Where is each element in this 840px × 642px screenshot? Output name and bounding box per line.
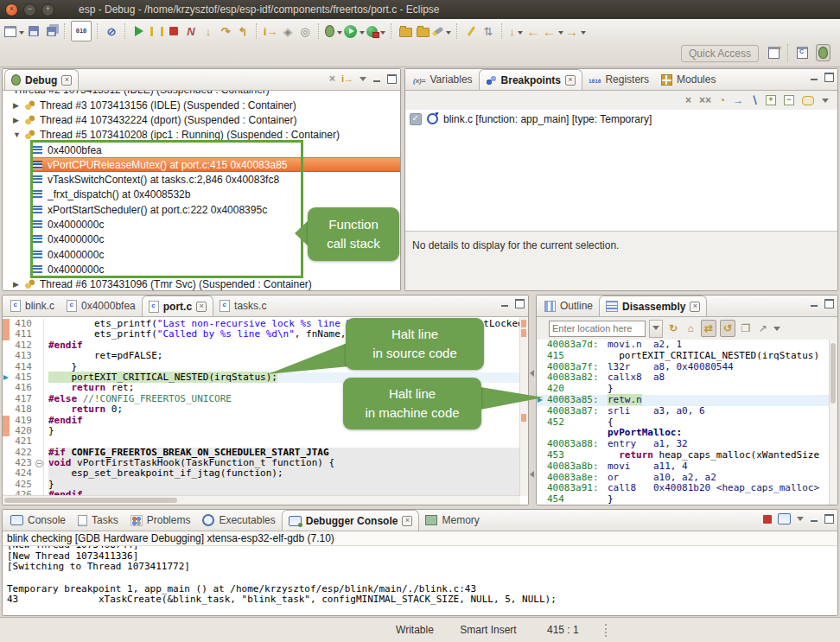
chevron-right-icon[interactable]: ▶ [13, 116, 24, 124]
stack-frame-row[interactable]: vPortCPUReleaseMutex() at port.c:415 0x4… [30, 157, 400, 172]
last-edit-button[interactable]: ↓ [508, 22, 524, 40]
tab-0x4000bfea[interactable]: 0x4000bfea [60, 296, 142, 316]
console-output[interactable]: [New Thread 1073468744][New Thread 10734… [3, 546, 837, 615]
new-view-icon[interactable]: ❐ [739, 321, 753, 336]
stack-frame-row[interactable]: _frxt_dispatch() at 0x4008532b [30, 188, 400, 202]
dropdown-arrow-icon[interactable] [558, 31, 563, 37]
tab-outline[interactable]: Outline [538, 296, 599, 316]
maximize-icon[interactable] [824, 299, 834, 308]
chevron-right-icon[interactable]: ▶ [13, 101, 24, 110]
minimize-icon[interactable] [810, 73, 818, 81]
prev-button[interactable]: ← [543, 22, 563, 40]
go-to-file-icon[interactable]: → [733, 94, 743, 106]
location-input[interactable] [549, 321, 646, 337]
tab-debugger-console[interactable]: Debugger Console× [282, 510, 420, 531]
sash-collapse-icon[interactable] [530, 471, 534, 478]
home-icon[interactable]: ⌂ [684, 321, 697, 336]
save-button[interactable] [26, 22, 41, 40]
suspend-button[interactable] [149, 22, 164, 40]
remove-breakpoint-icon[interactable]: × [685, 94, 691, 106]
new-wizard-button[interactable] [4, 22, 24, 40]
disconnect-button[interactable]: N [183, 22, 199, 40]
view-menu-icon[interactable] [773, 327, 780, 334]
thread-row[interactable]: Thread #2 1073413512 (IDLE) (Suspended :… [3, 91, 400, 98]
tab-close-icon[interactable]: × [196, 302, 207, 312]
annotations-button[interactable]: ⇅ [480, 22, 496, 40]
minimize-icon[interactable] [500, 300, 509, 308]
dropdown-arrow-icon[interactable] [337, 31, 342, 37]
step-return-button[interactable]: ↰ [235, 22, 251, 40]
dropdown-arrow-icon[interactable] [446, 31, 451, 37]
minimize-icon[interactable] [810, 300, 818, 308]
back-button[interactable]: ← [525, 22, 541, 40]
tab-debug[interactable]: Debug× [4, 69, 79, 90]
breakpoints-list[interactable]: blink.c [function: app_main] [type: Temp… [405, 110, 837, 232]
overview-mark[interactable] [521, 414, 526, 422]
cpp-perspective-button[interactable] [794, 44, 811, 61]
tab-close-icon[interactable]: × [690, 302, 700, 312]
vertical-scrollbar[interactable] [829, 340, 837, 505]
maximize-icon[interactable] [387, 74, 397, 84]
tab-problems[interactable]: Problems [124, 510, 197, 531]
dropdown-arrow-icon[interactable] [360, 31, 365, 37]
chevron-down-icon[interactable]: ▼ [13, 130, 24, 139]
tab-tasks[interactable]: Tasks [72, 510, 124, 531]
stack-frame-row[interactable]: 0x4000bfea [30, 143, 400, 157]
tab-breakpoints[interactable]: Breakpoints× [479, 69, 582, 90]
step-filters-button[interactable]: ◈ [280, 22, 296, 40]
expand-all-icon[interactable]: + [766, 95, 776, 105]
tab-executables[interactable]: Executables [196, 510, 281, 531]
tab-close-icon[interactable]: × [402, 516, 412, 526]
run-button[interactable] [344, 22, 365, 40]
window-minimize-button[interactable]: − [23, 3, 36, 16]
thread-row[interactable]: ▶Thread #6 1073431096 (Tmr Svc) (Suspend… [3, 277, 400, 290]
disassembly-code-area[interactable]: 40083a7d:movi.n a2, 1415 portEXIT_CRITIC… [537, 340, 830, 505]
step-into-button[interactable]: ↓ [200, 22, 216, 40]
debug-perspective-button[interactable] [816, 44, 830, 61]
dropdown-arrow-icon[interactable] [581, 31, 586, 37]
sash-collapse-icon[interactable] [530, 370, 534, 377]
dropdown-arrow-icon[interactable] [19, 31, 24, 37]
tab-modules[interactable]: Modules [655, 69, 722, 90]
tab-close-icon[interactable]: × [565, 75, 576, 86]
refresh-icon[interactable]: ↻ [666, 321, 680, 336]
tab-close-icon[interactable]: × [61, 75, 72, 86]
window-maximize-button[interactable]: + [41, 3, 54, 16]
forward-button[interactable]: → [565, 22, 586, 40]
horizontal-scrollbar[interactable] [3, 495, 520, 505]
maximize-icon[interactable] [824, 73, 834, 82]
stack-frame-row[interactable]: vTaskSwitchContext() at tasks.c:2,846 0x… [30, 172, 400, 187]
dropdown-arrow-icon[interactable] [518, 31, 523, 37]
build-button[interactable] [398, 22, 413, 40]
view-menu-icon[interactable] [360, 77, 366, 85]
open-folder-button[interactable] [415, 22, 430, 40]
thread-row[interactable]: ▶Thread #4 1073432224 (dport) (Suspended… [3, 112, 400, 127]
scrollbar-thumb[interactable] [830, 343, 836, 404]
track-expression-icon[interactable]: ↺ [720, 320, 735, 337]
tab-variables[interactable]: Variables [407, 69, 479, 90]
remove-all-terminated-icon[interactable]: × [329, 73, 335, 85]
external-tools-button[interactable] [366, 22, 385, 40]
scrollbar-thumb[interactable] [4, 498, 177, 503]
thread-row[interactable]: ▶Thread #3 1073413156 (IDLE) (Suspended … [3, 98, 400, 112]
breakpoint-checkbox[interactable] [410, 113, 422, 125]
instruction-stepping-button[interactable]: i→ [263, 22, 278, 40]
fold-collapse-icon[interactable] [35, 460, 43, 467]
step-over-button[interactable]: ↷ [218, 22, 233, 40]
link-with-debug-icon[interactable] [802, 96, 814, 105]
tab-port-c[interactable]: port.c× [142, 296, 213, 316]
debug-toolbar-icon[interactable]: i→ [341, 73, 353, 84]
breakpoint-types-button[interactable]: ◎ [297, 22, 313, 40]
tab-registers[interactable]: Registers [582, 69, 655, 90]
tab-blink-c[interactable]: blink.c [4, 296, 60, 316]
resume-button[interactable] [131, 22, 147, 40]
location-dropdown-icon[interactable] [649, 320, 663, 338]
minimize-icon[interactable] [372, 75, 381, 83]
dropdown-arrow-icon[interactable] [380, 31, 385, 37]
maximize-icon[interactable] [515, 299, 525, 308]
terminate-icon[interactable] [763, 515, 772, 524]
open-perspective-button[interactable] [766, 44, 782, 61]
view-menu-icon[interactable] [822, 99, 829, 106]
tab-console[interactable]: Console [4, 510, 72, 531]
breakpoint-row[interactable]: blink.c [function: app_main] [type: Temp… [405, 110, 837, 128]
